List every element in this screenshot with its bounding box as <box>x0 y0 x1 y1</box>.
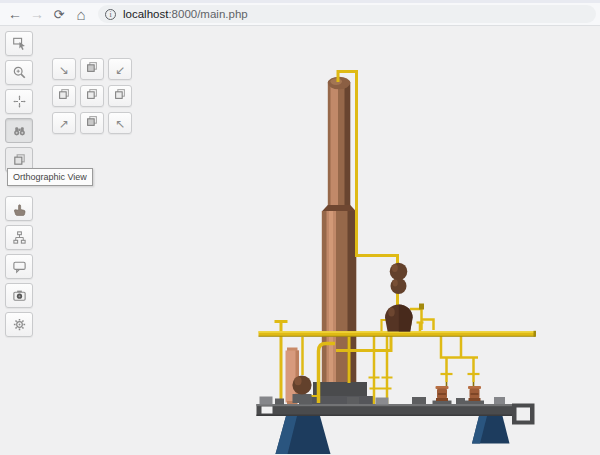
camera-icon <box>12 288 27 303</box>
sidebar-item-search[interactable] <box>5 118 33 143</box>
address-bar[interactable]: localhost:8000/main.php <box>98 5 596 23</box>
arrow-down-right-icon: ↘ <box>59 60 69 78</box>
sidebar-item-focus[interactable] <box>5 89 33 114</box>
viewpad-view-iso-front-right[interactable]: ↘ <box>52 58 76 80</box>
sidebar-item-select[interactable] <box>5 31 33 56</box>
viewpad-view-left[interactable] <box>52 85 76 107</box>
forward-icon <box>26 4 48 24</box>
reload-icon[interactable] <box>48 4 70 24</box>
sidebar-item-zoom[interactable] <box>5 60 33 85</box>
pipe-end-cap <box>534 331 537 337</box>
support-legs <box>276 416 510 454</box>
cube-outline-icon <box>113 87 127 105</box>
viewpad-view-right[interactable] <box>108 85 132 107</box>
speech-bubble-icon <box>12 259 27 274</box>
condenser-spheres <box>390 263 408 294</box>
sidebar-item-comment[interactable] <box>5 254 33 279</box>
binoculars-icon <box>12 123 27 138</box>
cube-filled-icon <box>85 60 99 78</box>
tooltip-orthographic-view: Orthographic View <box>7 168 93 186</box>
arrow-up-left-icon: ↖ <box>115 114 125 132</box>
hand-icon <box>12 201 27 216</box>
pump-1 <box>433 386 452 407</box>
ortho-cube-icon <box>12 152 27 167</box>
cursor-select-icon <box>12 36 27 51</box>
gear-icon <box>12 317 27 332</box>
sidebar-item-structure[interactable] <box>5 225 33 250</box>
hierarchy-icon <box>12 230 27 245</box>
column-base <box>305 382 375 404</box>
pipe-fitting <box>419 304 424 310</box>
sidebar-item-grab[interactable] <box>5 196 33 221</box>
viewpad-view-front[interactable] <box>80 85 104 107</box>
viewpad-view-iso-back-left[interactable]: ↖ <box>108 112 132 134</box>
page-info-icon[interactable] <box>105 9 116 20</box>
sidebar-item-settings[interactable] <box>5 312 33 337</box>
viewpad-view-iso-back-right[interactable]: ↗ <box>52 112 76 134</box>
viewpad-view-iso-front-left[interactable]: ↙ <box>108 58 132 80</box>
cube-filled-icon <box>85 114 99 132</box>
sidebar-item-snapshot[interactable] <box>5 283 33 308</box>
browser-nav-buttons <box>0 4 92 24</box>
back-icon[interactable] <box>4 4 26 24</box>
cube-outline-icon <box>85 87 99 105</box>
tool-sidebar <box>0 26 40 455</box>
reflux-drum <box>385 305 413 332</box>
url-path: :8000/main.php <box>168 8 247 20</box>
viewpad-view-top[interactable] <box>80 58 104 80</box>
url-host: localhost <box>123 8 168 20</box>
magnifier-icon <box>12 65 27 80</box>
pump-2 <box>465 386 484 407</box>
viewpad-view-bottom[interactable] <box>80 112 104 134</box>
url-text[interactable]: localhost:8000/main.php <box>123 8 248 20</box>
arrow-up-right-icon: ↗ <box>59 114 69 132</box>
focus-arrows-icon <box>12 94 27 109</box>
home-icon[interactable] <box>70 4 92 24</box>
arrow-down-left-icon: ↙ <box>115 60 125 78</box>
distillation-column <box>322 77 356 383</box>
process-piping <box>259 72 536 405</box>
browser-toolbar: localhost:8000/main.php <box>0 3 600 26</box>
cube-outline-icon <box>57 87 71 105</box>
